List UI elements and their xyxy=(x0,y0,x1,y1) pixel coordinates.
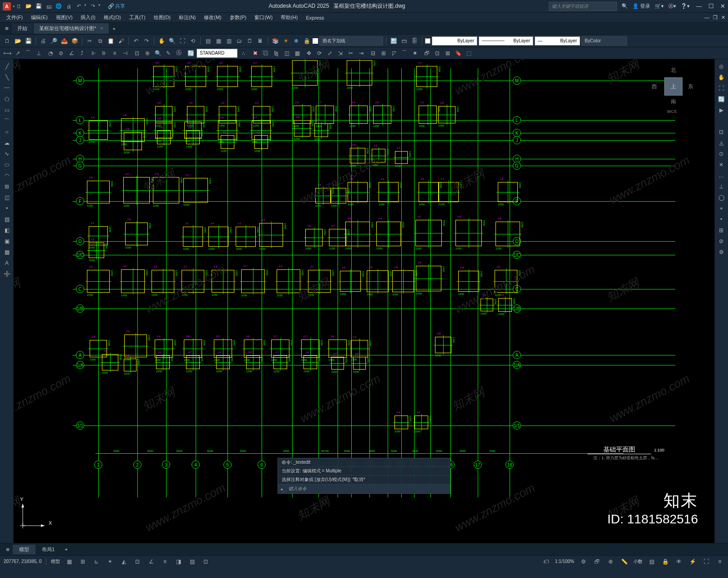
block-icon[interactable]: ◫ xyxy=(2,193,12,202)
draworder-icon[interactable]: 🗗 xyxy=(422,49,431,58)
open2-icon[interactable]: 📂 xyxy=(13,36,22,46)
sun-icon[interactable]: ☀ xyxy=(281,36,290,46)
addsel-icon[interactable]: ➕ xyxy=(2,269,12,279)
scale-icon[interactable]: ⤢ xyxy=(325,49,334,58)
qnew-icon[interactable]: 🗋 xyxy=(3,36,12,46)
doc-restore-icon[interactable]: ❐ xyxy=(713,15,718,20)
zoom-icon[interactable]: 🔍 xyxy=(167,36,177,46)
pan2-icon[interactable]: ✋ xyxy=(717,73,726,82)
mtext-icon[interactable]: A xyxy=(2,259,12,268)
match-icon[interactable]: 🖌 xyxy=(116,36,126,46)
viewcube-west[interactable]: 西 xyxy=(652,83,657,91)
save-icon[interactable]: 💾 xyxy=(35,3,42,10)
menu-tools[interactable]: 工具(T) xyxy=(126,13,149,22)
erase-icon[interactable]: ✖ xyxy=(251,49,260,58)
extend-icon[interactable]: ⇥ xyxy=(357,49,366,58)
view-cube[interactable]: 北 南 东 西 上 WCS xyxy=(651,64,696,114)
dim-edit-icon[interactable]: ✎ xyxy=(164,49,173,58)
rotate-icon[interactable]: ⟳ xyxy=(315,49,324,58)
polar-toggle-icon[interactable]: ✴ xyxy=(106,557,115,566)
spline-icon[interactable]: ∿ xyxy=(2,149,12,158)
chamfer-icon[interactable]: ◸ xyxy=(389,49,399,58)
lock-ui-icon[interactable]: 🔒 xyxy=(661,557,670,566)
zoomp-icon[interactable]: ⟲ xyxy=(188,36,197,46)
help-search-input[interactable]: 键入关键字或短语 xyxy=(549,2,617,11)
insert-icon[interactable]: ⊞ xyxy=(2,182,12,191)
web-icon[interactable]: 🌐 xyxy=(55,3,62,10)
dim-space-icon[interactable]: ≡ xyxy=(110,49,119,58)
sheet-icon[interactable]: 🗂 xyxy=(235,36,244,46)
osnap-toggle-icon[interactable]: ⊡ xyxy=(133,557,142,566)
tab-add-button[interactable]: + xyxy=(110,26,119,31)
osnap-ext-icon[interactable]: … xyxy=(717,171,726,180)
plotcolor-dropdown[interactable]: ByColor xyxy=(581,36,627,46)
navwheel-icon[interactable]: ◎ xyxy=(717,62,726,71)
osnap-int-icon[interactable]: ✕ xyxy=(717,160,726,169)
zoomw-icon[interactable]: ⛶ xyxy=(178,36,187,46)
app-logo[interactable]: A xyxy=(3,2,11,10)
layiso-icon[interactable]: 🗄 xyxy=(410,36,419,46)
polygon-icon[interactable]: ⬠ xyxy=(2,95,12,104)
quickprops-icon[interactable]: ▤ xyxy=(647,557,656,566)
zoomext-icon[interactable]: ⛶ xyxy=(717,84,726,93)
trans-toggle-icon[interactable]: ◨ xyxy=(174,557,183,566)
dim-update-icon[interactable]: 🔄 xyxy=(186,49,195,58)
grid-toggle-icon[interactable]: ▦ xyxy=(65,557,74,566)
pan-icon[interactable]: ✋ xyxy=(157,36,166,46)
point-icon[interactable]: • xyxy=(2,204,12,213)
layer-dropdown[interactable]: 图名下划线 xyxy=(319,36,383,46)
cut-icon[interactable]: ✂ xyxy=(85,36,94,46)
saveas-icon[interactable]: 🖴 xyxy=(45,3,52,10)
annoscale-icon[interactable]: 🏷 xyxy=(541,557,551,566)
qcalc-icon[interactable]: 🖩 xyxy=(256,36,265,46)
layout-menu-icon[interactable]: ≡ xyxy=(3,546,13,553)
ellarc-icon[interactable]: ◠ xyxy=(2,171,12,180)
osnap-cen-icon[interactable]: ⊙ xyxy=(717,149,726,158)
offset-icon[interactable]: ◫ xyxy=(282,49,291,58)
ungroup-icon[interactable]: ⊠ xyxy=(443,49,452,58)
color-dropdown[interactable]: ByLayer xyxy=(432,36,477,46)
layout-add-button[interactable]: + xyxy=(61,545,71,553)
group-icon[interactable]: ⊡ xyxy=(433,49,442,58)
print-icon[interactable]: 🖨 xyxy=(39,36,48,46)
publish-icon[interactable]: 📤 xyxy=(60,36,69,46)
dim-ord-icon[interactable]: ⊥ xyxy=(34,49,43,58)
explode-icon[interactable]: ✷ xyxy=(410,49,420,58)
layout-tab-model[interactable]: 模型 xyxy=(13,545,35,554)
dimstyle-icon[interactable]: ⛬ xyxy=(239,49,248,58)
ellipse-icon[interactable]: ⬭ xyxy=(2,160,12,169)
undo-icon[interactable]: ↶ xyxy=(75,3,82,10)
apps-icon[interactable]: Ⓐ▾ xyxy=(668,3,676,10)
cmd-input[interactable]: ▸_键入命令 xyxy=(278,484,450,493)
osnap-node-icon[interactable]: • xyxy=(717,215,726,224)
qp-toggle-icon[interactable]: ▤ xyxy=(187,557,197,566)
fillet-icon[interactable]: ⌒ xyxy=(400,49,409,58)
props-icon[interactable]: ▤ xyxy=(203,36,212,46)
linetype-dropdown[interactable]: ───────ByLayer xyxy=(479,36,533,46)
osnap-none-icon[interactable]: ⊘ xyxy=(717,237,726,246)
menu-insert[interactable]: 插入(I) xyxy=(77,13,99,22)
line-icon[interactable]: ╱ xyxy=(2,62,12,71)
plot-icon[interactable]: 🖨 xyxy=(65,3,72,10)
units-display[interactable]: 小数 xyxy=(633,558,642,565)
tab-menu-icon[interactable]: ≡ xyxy=(2,25,12,32)
menu-format[interactable]: 格式(O) xyxy=(100,13,125,22)
revcloud-icon[interactable]: ☁ xyxy=(2,138,12,147)
save2-icon[interactable]: 💾 xyxy=(24,36,33,46)
copy2-icon[interactable]: ⿻ xyxy=(261,49,270,58)
lineweight-dropdown[interactable]: —ByLayer xyxy=(535,36,580,46)
login-button[interactable]: 👤 登录 xyxy=(632,3,650,10)
menu-view[interactable]: 视图(V) xyxy=(52,13,76,22)
viewcube-wcs[interactable]: WCS xyxy=(667,109,677,114)
dim-aligned-icon[interactable]: ↗ xyxy=(13,49,22,58)
doc-close-icon[interactable]: ✕ xyxy=(721,15,725,20)
drawing-canvas[interactable]: MMLLKKJJHHGGFFDD1/C1/CCC1/B1/BAA1/A1/A1/… xyxy=(14,59,714,543)
dim-base-icon[interactable]: ⊩ xyxy=(89,49,98,58)
lock-icon[interactable]: 🔒 xyxy=(302,36,311,46)
viewcube-north[interactable]: 北 xyxy=(671,66,676,74)
freeze-icon[interactable]: ❄ xyxy=(292,36,301,46)
help-icon[interactable]: ❔▾ xyxy=(681,3,690,9)
menu-dim[interactable]: 标注(N) xyxy=(175,13,199,22)
osnap-end-icon[interactable]: ⊡ xyxy=(717,127,726,137)
orbit-icon[interactable]: 🔄 xyxy=(717,95,726,104)
